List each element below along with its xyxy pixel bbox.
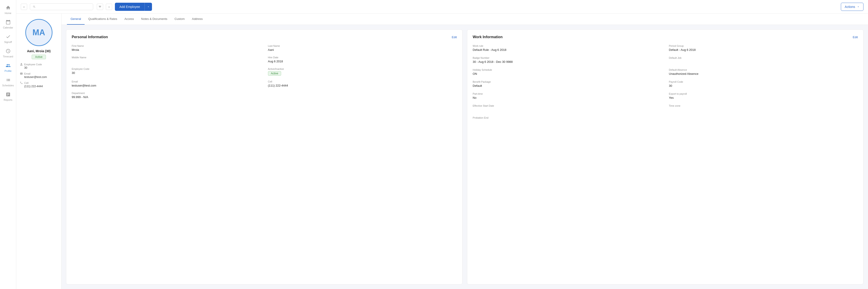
sidebar-item-profile[interactable]: Profile xyxy=(0,60,16,74)
middle-name-field: Middle Name xyxy=(72,56,261,63)
tab-custom[interactable]: Custom xyxy=(171,13,188,25)
department-field: Department 99.999 - N/A xyxy=(72,92,261,99)
sidebar-item-calendar[interactable]: Calendar xyxy=(0,17,16,31)
reports-icon xyxy=(5,91,11,98)
cell-field: Cell (111) 222-4444 xyxy=(268,80,457,87)
time-zone-field: Time zone xyxy=(669,104,858,111)
search-box: Aani, Mroia (30) xyxy=(30,3,93,10)
hire-date-field: Hire Date Aug 6 2018 xyxy=(268,56,457,63)
employee-code-field: Employee Code 30 xyxy=(72,68,261,76)
sidebar-item-timecard[interactable]: Timecard xyxy=(0,46,16,60)
active-inactive-value: Active xyxy=(268,71,457,76)
active-tag: Active xyxy=(268,71,281,76)
export-to-payroll-label: Export to payroll xyxy=(669,92,858,95)
holiday-schedule-value: ON xyxy=(473,72,662,75)
badge-number-value: 30 - Aug 6 2018 - Dec 30 9988 xyxy=(473,60,662,64)
work-info-header: Work Information Edit xyxy=(473,35,858,39)
home-icon xyxy=(5,4,11,11)
probation-end-value xyxy=(473,120,662,123)
benefit-package-value: Default xyxy=(473,84,662,88)
sidebar-item-signoff[interactable]: Signoff xyxy=(0,31,16,46)
email-value: testuser@test.com xyxy=(20,75,58,78)
sidebar-item-label: Profile xyxy=(4,70,11,72)
sidebar-item-label: Home xyxy=(5,12,11,14)
export-to-payroll-value: Yes xyxy=(669,96,858,99)
work-info-edit-button[interactable]: Edit xyxy=(853,35,858,39)
nav-back-button[interactable]: ‹ xyxy=(21,4,27,10)
effective-start-date-value xyxy=(473,108,662,111)
tab-address[interactable]: Address xyxy=(188,13,206,25)
default-absence-field: Default Absence Unauthorized Absence xyxy=(669,68,858,75)
sidebar-item-schedules[interactable]: Schedules xyxy=(0,74,16,89)
period-group-label: Period Group xyxy=(669,44,858,47)
search-input[interactable]: Aani, Mroia (30) xyxy=(37,5,90,8)
cell-value: (111) 222-4444 xyxy=(268,84,457,87)
email-info: Email testuser@test.com xyxy=(20,72,58,78)
effective-start-date-field: Effective Start Date xyxy=(473,104,662,111)
sidebar-item-label: Reports xyxy=(4,98,12,101)
tab-qualifications[interactable]: Qualifications & Rates xyxy=(85,13,121,25)
panels-container: Personal Information Edit First Name Mro… xyxy=(62,25,868,289)
add-employee-group: Add Employee xyxy=(115,3,152,11)
employee-code-value: 30 xyxy=(20,66,58,69)
tab-notes[interactable]: Notes & Documents xyxy=(137,13,171,25)
sidebar-item-home[interactable]: Home xyxy=(0,2,16,17)
timecard-icon xyxy=(5,48,11,54)
add-employee-dropdown-button[interactable] xyxy=(145,3,152,11)
tabs-bar: General Qualifications & Rates Access No… xyxy=(62,13,868,25)
main-container: ‹ Aani, Mroia (30) › Add Employee Action… xyxy=(16,0,868,289)
email-label: Email xyxy=(72,80,261,83)
sidebar-item-label: Schedules xyxy=(2,84,14,87)
employee-name: Aani, Mroia (30) xyxy=(27,49,51,53)
personal-info-panel: Personal Information Edit First Name Mro… xyxy=(66,29,463,285)
nav-forward-button[interactable]: › xyxy=(106,4,112,10)
payroll-code-value: 30 xyxy=(669,84,858,88)
work-rule-field: Work rule Default Rule - Aug 6 2018 xyxy=(473,44,662,52)
work-rule-label: Work rule xyxy=(473,44,662,47)
middle-name-value xyxy=(72,60,261,63)
first-name-value: Mroia xyxy=(72,48,261,52)
avatar: MA xyxy=(25,19,53,46)
cell-label: Cell xyxy=(268,80,457,83)
last-name-value: Aani xyxy=(268,48,457,52)
default-job-label: Default Job xyxy=(669,57,858,59)
badge-number-field: Badge Number 30 - Aug 6 2018 - Dec 30 99… xyxy=(473,57,662,64)
period-group-field: Period Group Default - Aug 6 2018 xyxy=(669,44,858,52)
default-job-field: Default Job xyxy=(669,57,858,64)
tab-general[interactable]: General xyxy=(67,13,85,25)
add-employee-button[interactable]: Add Employee xyxy=(115,3,145,11)
probation-end-label: Probation End xyxy=(473,116,662,119)
work-rule-value: Default Rule - Aug 6 2018 xyxy=(473,48,662,52)
hire-date-value: Aug 6 2018 xyxy=(268,60,457,63)
filter-button[interactable] xyxy=(97,4,103,10)
sidebar-item-label: Signoff xyxy=(4,41,12,43)
actions-button[interactable]: Actions xyxy=(841,3,864,11)
search-icon xyxy=(33,5,36,8)
part-time-field: Part-time No xyxy=(473,92,662,99)
time-zone-value xyxy=(669,108,858,111)
right-content: General Qualifications & Rates Access No… xyxy=(62,13,868,289)
status-badge: Active xyxy=(32,55,46,59)
active-inactive-field: Active/Inactive Active xyxy=(268,68,457,76)
hire-date-label: Hire Date xyxy=(268,56,457,59)
schedules-icon xyxy=(5,77,11,83)
cell-label: Cell xyxy=(24,82,29,84)
email-label: Email xyxy=(24,72,31,75)
filter-icon xyxy=(98,5,101,8)
sidebar-item-reports[interactable]: Reports xyxy=(0,89,16,103)
tab-access[interactable]: Access xyxy=(121,13,137,25)
period-group-value: Default - Aug 6 2018 xyxy=(669,48,858,52)
holiday-schedule-label: Holiday Schedule xyxy=(473,68,662,71)
cell-icon xyxy=(20,82,23,84)
last-name-field: Last Name Aani xyxy=(268,44,457,52)
benefit-package-field: Benefit Package Default xyxy=(473,81,662,88)
chevron-down-icon xyxy=(147,5,150,8)
work-info-title: Work Information xyxy=(473,35,502,39)
profile-icon xyxy=(5,62,11,69)
personal-info-header: Personal Information Edit xyxy=(72,35,457,39)
export-to-payroll-field: Export to payroll Yes xyxy=(669,92,858,99)
part-time-label: Part-time xyxy=(473,92,662,95)
payroll-code-label: Payroll Code xyxy=(669,81,858,83)
personal-info-edit-button[interactable]: Edit xyxy=(452,35,457,39)
department-label: Department xyxy=(72,92,261,94)
